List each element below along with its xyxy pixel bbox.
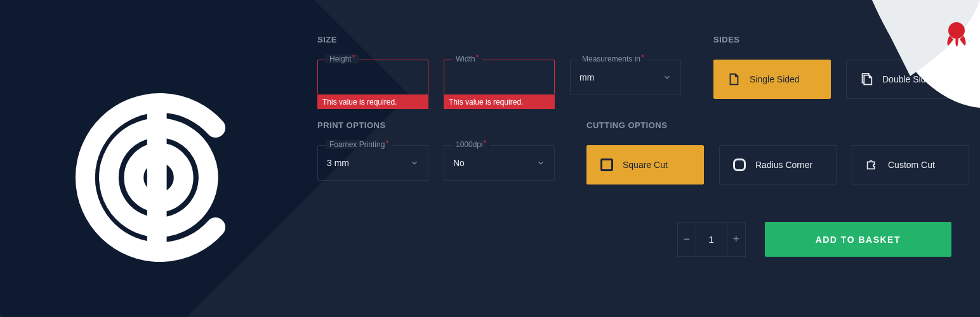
- square-cut-option[interactable]: Square Cut: [586, 145, 704, 184]
- dpi-value: No: [453, 158, 465, 168]
- configurator-form: SIZE Height* This value is required. Wid…: [317, 35, 980, 196]
- foamex-select[interactable]: Foamex Printing* 3 mm: [317, 145, 428, 181]
- measurements-value: mm: [579, 72, 594, 82]
- pages-icon: [859, 72, 873, 86]
- height-label: Height*: [326, 55, 359, 63]
- custom-cut-option[interactable]: Custom Cut: [852, 145, 969, 184]
- print-section-title: PRINT OPTIONS: [317, 120, 571, 130]
- qty-plus-button[interactable]: +: [727, 222, 746, 257]
- chevron-down-icon: [663, 73, 672, 82]
- page-icon: [727, 72, 741, 86]
- single-sided-option[interactable]: Single Sided: [713, 60, 831, 99]
- foamex-label: Foamex Printing*: [326, 140, 392, 149]
- rounded-square-icon: [732, 158, 746, 172]
- measurements-select[interactable]: Measurements in* mm: [570, 60, 681, 95]
- radius-corner-option[interactable]: Radius Corner: [719, 145, 837, 184]
- cutting-section-title: CUTTING OPTIONS: [586, 120, 980, 130]
- single-sided-label: Single Sided: [750, 74, 800, 84]
- size-section-title: SIZE: [317, 35, 698, 44]
- measurements-label: Measurements in*: [578, 55, 648, 63]
- qty-input[interactable]: [696, 222, 727, 257]
- quantity-stepper: − +: [677, 222, 746, 257]
- add-to-basket-button[interactable]: ADD TO BASKET: [765, 222, 951, 257]
- chevron-down-icon: [410, 158, 419, 167]
- dpi-select[interactable]: 1000dpi* No: [444, 145, 555, 181]
- double-sided-label: Double Sided: [882, 74, 936, 84]
- brand-logo: [70, 89, 248, 266]
- chevron-down-icon: [536, 158, 545, 167]
- height-field[interactable]: Height* This value is required.: [317, 60, 428, 109]
- puzzle-icon: [865, 158, 879, 172]
- footer-bar: − + ADD TO BASKET: [677, 222, 951, 257]
- foamex-value: 3 mm: [327, 158, 349, 168]
- custom-cut-label: Custom Cut: [888, 160, 935, 170]
- height-error: This value is required.: [317, 95, 428, 109]
- square-icon: [600, 158, 614, 172]
- width-label: Width*: [452, 55, 482, 63]
- double-sided-option[interactable]: Double Sided: [846, 60, 963, 99]
- qty-minus-button[interactable]: −: [677, 222, 696, 257]
- square-cut-label: Square Cut: [623, 160, 668, 170]
- sides-section-title: SIDES: [713, 35, 980, 44]
- width-field[interactable]: Width* This value is required.: [444, 60, 555, 109]
- radius-corner-label: Radius Corner: [755, 160, 812, 170]
- dpi-label: 1000dpi*: [452, 140, 490, 149]
- width-error: This value is required.: [444, 95, 555, 109]
